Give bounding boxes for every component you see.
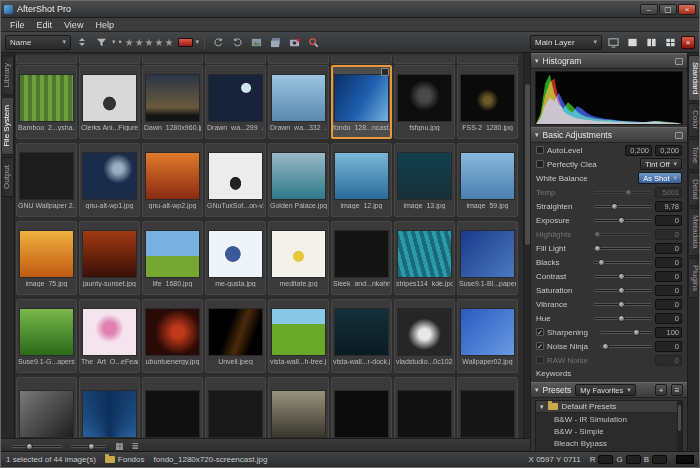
thumbnail-ubuntuenergy-jpg[interactable]: ubuntuenergy.jpg	[141, 297, 204, 375]
filter-chevron-down-icon[interactable]: ▾	[112, 38, 116, 46]
value-box-blacks[interactable]: 0	[655, 257, 682, 268]
right-tab-tone[interactable]: Tone	[688, 139, 700, 170]
slider-knob[interactable]	[602, 343, 609, 350]
layout-split-icon[interactable]	[643, 35, 659, 50]
value-box-vibrance[interactable]: 0	[655, 299, 682, 310]
slider-knob[interactable]	[633, 329, 640, 336]
thumbnail-gnu-alt-wp1-jpg[interactable]: gnu-alt-wp1.jpg	[78, 141, 141, 219]
layer-combo[interactable]: Main Layer ▾	[530, 35, 602, 50]
slider-knob[interactable]	[594, 245, 601, 252]
value-box-highlights[interactable]: 0	[655, 229, 682, 240]
maximize-button[interactable]: ▢	[659, 4, 677, 15]
slider-blacks[interactable]	[593, 261, 652, 264]
presets-favorites-dropdown[interactable]: My Favorites ▾	[575, 384, 635, 396]
thumbnail-gnu-alt-wp2-jpg[interactable]: gnu-alt-wp2.jpg	[141, 141, 204, 219]
slider-knob[interactable]	[611, 203, 618, 210]
menu-item-file[interactable]: File	[4, 20, 31, 30]
slider-knob[interactable]	[618, 287, 625, 294]
histogram-header[interactable]: ▾ Histogram	[531, 53, 687, 69]
slider-knob[interactable]	[598, 259, 605, 266]
slider-saturation[interactable]	[593, 289, 652, 292]
thumbnail-sleek-and-nkahn-jpg[interactable]: Sleek_and...nkahn.jpg	[330, 219, 393, 297]
checkbox-sharpening[interactable]: ✓	[536, 328, 544, 336]
zoom-level-slider[interactable]	[71, 445, 107, 448]
thumbnail-image-59-jpg[interactable]: image_59.jpg	[456, 141, 519, 219]
value-box-hue[interactable]: 0	[655, 313, 682, 324]
pin-icon[interactable]	[675, 58, 683, 65]
sort-field-combo[interactable]: Name ▾	[5, 35, 71, 50]
thumbnail-suse9-1-bl-papers-jpg[interactable]: Suse9.1-Bl...papers.jpg	[456, 219, 519, 297]
close-view-icon[interactable]: ×	[681, 36, 695, 49]
checkbox-perfectly-clear[interactable]	[536, 160, 544, 168]
checkbox-noise-ninja[interactable]: ✓	[536, 342, 544, 350]
grid-scrollbar[interactable]	[523, 53, 530, 438]
rotate-left-icon[interactable]	[210, 35, 226, 50]
value-box-saturation[interactable]: 0	[655, 285, 682, 296]
thumbnail-drawn-wa-299-jpg[interactable]: Drawn_wa...299_.jpg	[204, 63, 267, 141]
zoom-icon[interactable]	[305, 35, 321, 50]
star-icon[interactable]: ★	[165, 37, 175, 48]
slider-knob[interactable]	[618, 273, 625, 280]
slider-knob[interactable]	[618, 217, 625, 224]
value-box-noise-ninja[interactable]: 0	[655, 341, 682, 352]
thumbnail-the-art-o-efear-jpg[interactable]: The_Art_O...eFear.jpg	[78, 297, 141, 375]
checkbox-raw-noise[interactable]	[536, 356, 544, 364]
color-label-chip[interactable]	[178, 38, 193, 47]
thumbnail-image-12-jpg[interactable]: image_12.jpg	[330, 141, 393, 219]
slider-knob[interactable]	[625, 189, 632, 196]
dropdown-white-balance[interactable]: As Shot▾	[638, 172, 682, 184]
layout-grid-icon[interactable]	[662, 35, 678, 50]
thumbnail-unveil-jpeg[interactable]: Unveil.jpeg	[204, 297, 267, 375]
image-stack-icon[interactable]	[267, 35, 283, 50]
thumbnail-jaunty-sunset-jpg[interactable]: jaunty-sunset.jpg	[78, 219, 141, 297]
left-tab-file-system[interactable]: File System	[1, 97, 14, 155]
star-icon[interactable]: ★	[155, 37, 165, 48]
thumbnail-partial[interactable]	[141, 375, 204, 438]
star-icon[interactable]: ★	[125, 37, 135, 48]
menu-item-help[interactable]: Help	[89, 20, 120, 30]
current-folder[interactable]: Fondos	[105, 455, 145, 464]
thumbnail-partial[interactable]	[456, 375, 519, 438]
value-box-autolevel-low[interactable]: 0,200	[625, 145, 652, 156]
slider-knob[interactable]	[618, 301, 625, 308]
color-chevron-down-icon[interactable]: ▾	[196, 38, 200, 46]
preset-item-bleach-bypass[interactable]: Bleach Bypass	[536, 437, 682, 449]
right-tab-plugins[interactable]: Plugins	[688, 258, 700, 298]
thumbnail-dawn-1280x960-jpg[interactable]: Dawn_1280x960.jpg	[141, 63, 204, 141]
thumbnail-image-13-jpg[interactable]: image_13.jpg	[393, 141, 456, 219]
value-box-autolevel-high[interactable]: 0,200	[655, 145, 682, 156]
thumbnail-clerks-ani-figure-jpg[interactable]: Clerks Ani...Figure.jpg	[78, 63, 141, 141]
right-tab-metadata[interactable]: Metadata	[688, 208, 700, 255]
slider-temp[interactable]	[593, 191, 652, 194]
preset-folder-default[interactable]: ▾ Default Presets	[536, 401, 682, 413]
preset-item-b-w-simple[interactable]: B&W - Simple	[536, 425, 682, 437]
slider-noise-ninja[interactable]	[600, 345, 652, 348]
thumbnail-vista-wall-h-tree-jpg[interactable]: vista-wall...h-tree.jpg	[267, 297, 330, 375]
layout-single-icon[interactable]	[624, 35, 640, 50]
monitor-icon[interactable]	[605, 35, 621, 50]
pin-icon[interactable]	[675, 132, 683, 139]
thumbnail-partial[interactable]	[15, 375, 78, 438]
left-tab-library[interactable]: Library	[1, 55, 14, 95]
checkbox-autolevel[interactable]	[536, 146, 544, 154]
thumbnail-wallpaper02-jpg[interactable]: Wallpaper02.jpg	[456, 297, 519, 375]
thumbnail-golden-palace-jpg[interactable]: Golden Palace.jpg	[267, 141, 330, 219]
slider-knob[interactable]	[618, 315, 625, 322]
thumbnail-me-gusta-jpg[interactable]: me-gusta.jpg	[204, 219, 267, 297]
thumbnail-suse9-1-g-apers-jpg[interactable]: Suse9.1-G...apers.jpg	[15, 297, 78, 375]
right-tab-standard[interactable]: Standard	[688, 55, 700, 101]
value-box-straighten[interactable]: 9,78	[655, 201, 682, 212]
presets-scrollbar[interactable]	[677, 401, 682, 453]
slider-sharpening[interactable]	[600, 331, 652, 334]
thumbnail-life-1680-jpg[interactable]: life_1680.jpg	[141, 219, 204, 297]
thumbnail-gnu-wallpaper-2-jpg[interactable]: GNU Wallpaper 2.jpg	[15, 141, 78, 219]
slider-knob[interactable]	[594, 231, 601, 238]
thumbnail-partial[interactable]	[204, 375, 267, 438]
presets-header[interactable]: ▾ Presets My Favorites ▾ + ≡	[531, 382, 687, 398]
thumbnail-bamboo-2-ysha-jpg[interactable]: Bamboo_2...ysha.jpg	[15, 63, 78, 141]
value-box-exposure[interactable]: 0	[655, 215, 682, 226]
no-rating-dot-icon[interactable]: •	[119, 37, 122, 47]
right-tab-detail[interactable]: Detail	[688, 172, 700, 206]
value-box-sharpening[interactable]: 100	[655, 327, 682, 338]
slider-straighten[interactable]	[593, 205, 652, 208]
